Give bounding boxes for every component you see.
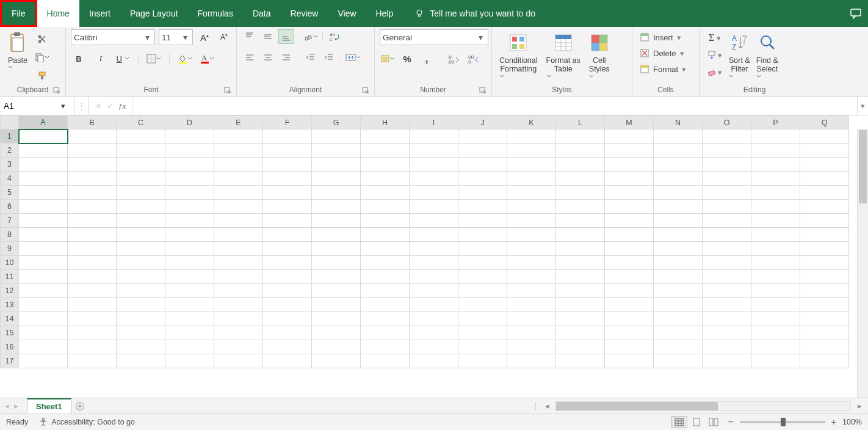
- cell[interactable]: [410, 312, 458, 326]
- cell[interactable]: [19, 270, 68, 284]
- cell[interactable]: [263, 186, 312, 200]
- format-as-table-button[interactable]: Format as Table: [544, 29, 583, 79]
- percent-button[interactable]: %: [399, 51, 415, 66]
- cell[interactable]: [263, 298, 312, 312]
- cell[interactable]: [654, 172, 703, 186]
- cell[interactable]: [117, 298, 165, 312]
- cell[interactable]: [556, 256, 605, 270]
- cell[interactable]: [703, 256, 751, 270]
- cell[interactable]: [312, 200, 361, 214]
- cell[interactable]: [312, 242, 361, 256]
- cell[interactable]: [214, 228, 263, 242]
- cell[interactable]: [654, 256, 703, 270]
- fill-button[interactable]: ▾: [704, 48, 725, 62]
- cell[interactable]: [361, 214, 410, 228]
- cell[interactable]: [165, 284, 214, 298]
- cell[interactable]: [68, 242, 117, 256]
- row-header[interactable]: 5: [1, 186, 19, 200]
- scroll-thumb[interactable]: [859, 130, 867, 203]
- cell[interactable]: [214, 354, 263, 368]
- cell[interactable]: [68, 326, 117, 340]
- cell[interactable]: [68, 228, 117, 242]
- row-header[interactable]: 4: [1, 172, 19, 186]
- cell[interactable]: [214, 158, 263, 172]
- cell[interactable]: [312, 298, 361, 312]
- cell[interactable]: [654, 158, 703, 172]
- dialog-launcher-icon[interactable]: [224, 87, 231, 94]
- align-left-button[interactable]: [242, 50, 258, 65]
- column-header[interactable]: J: [458, 116, 507, 129]
- cell[interactable]: [800, 228, 849, 242]
- cell[interactable]: [654, 340, 703, 354]
- column-header[interactable]: K: [507, 116, 556, 129]
- cell[interactable]: [507, 214, 556, 228]
- cell[interactable]: [703, 158, 751, 172]
- cell[interactable]: [751, 158, 800, 172]
- row-header[interactable]: 6: [1, 200, 19, 214]
- align-right-button[interactable]: [278, 50, 294, 65]
- cell[interactable]: [361, 129, 410, 144]
- cell[interactable]: [165, 228, 214, 242]
- tell-me-search[interactable]: Tell me what you want to do: [415, 0, 535, 27]
- cell[interactable]: [507, 186, 556, 200]
- cell[interactable]: [703, 298, 751, 312]
- cell[interactable]: [703, 186, 751, 200]
- cell[interactable]: [556, 144, 605, 158]
- row-header[interactable]: 15: [1, 326, 19, 340]
- row-header[interactable]: 10: [1, 256, 19, 270]
- sheet-nav-next-button[interactable]: ▸: [14, 401, 18, 410]
- cell[interactable]: [117, 200, 165, 214]
- cell[interactable]: [263, 214, 312, 228]
- cell[interactable]: [800, 129, 849, 144]
- cell[interactable]: [703, 340, 751, 354]
- cell[interactable]: [312, 228, 361, 242]
- cell[interactable]: [68, 186, 117, 200]
- italic-button[interactable]: I: [93, 51, 109, 66]
- cell[interactable]: [507, 256, 556, 270]
- cell[interactable]: [751, 200, 800, 214]
- cell[interactable]: [361, 172, 410, 186]
- cell[interactable]: [800, 284, 849, 298]
- cell[interactable]: [458, 172, 507, 186]
- zoom-out-button[interactable]: −: [728, 417, 733, 428]
- sort-filter-button[interactable]: AZ Sort & Filter: [726, 29, 753, 79]
- cell[interactable]: [68, 340, 117, 354]
- fill-color-button[interactable]: [177, 51, 193, 66]
- cell[interactable]: [410, 326, 458, 340]
- cell[interactable]: [19, 298, 68, 312]
- column-header[interactable]: G: [312, 116, 361, 129]
- cell[interactable]: [458, 242, 507, 256]
- cell[interactable]: [68, 312, 117, 326]
- cell[interactable]: [556, 158, 605, 172]
- cell[interactable]: [312, 186, 361, 200]
- cell[interactable]: [800, 354, 849, 368]
- cell[interactable]: [117, 270, 165, 284]
- cell[interactable]: [507, 129, 556, 144]
- orientation-button[interactable]: ab: [303, 29, 319, 44]
- row-header[interactable]: 13: [1, 298, 19, 312]
- font-name-combo[interactable]: Calibri▾: [71, 29, 155, 45]
- cell[interactable]: [458, 284, 507, 298]
- paste-button[interactable]: Paste: [5, 29, 31, 70]
- name-box-input[interactable]: [0, 101, 55, 111]
- cell[interactable]: [19, 256, 68, 270]
- cell[interactable]: [458, 228, 507, 242]
- cell[interactable]: [117, 172, 165, 186]
- cell[interactable]: [507, 312, 556, 326]
- cell[interactable]: [654, 270, 703, 284]
- cell[interactable]: [361, 144, 410, 158]
- cell[interactable]: [410, 214, 458, 228]
- cell[interactable]: [751, 326, 800, 340]
- comments-button[interactable]: [850, 0, 862, 27]
- cell[interactable]: [117, 326, 165, 340]
- column-header[interactable]: B: [68, 116, 117, 129]
- cell[interactable]: [410, 158, 458, 172]
- cell[interactable]: [312, 214, 361, 228]
- cell[interactable]: [263, 312, 312, 326]
- cell[interactable]: [800, 298, 849, 312]
- cell[interactable]: [312, 354, 361, 368]
- formula-expand-handle[interactable]: ⋮: [74, 97, 89, 115]
- clear-button[interactable]: ▾: [704, 65, 725, 79]
- accounting-format-button[interactable]: [380, 51, 396, 66]
- increase-indent-button[interactable]: [321, 50, 337, 65]
